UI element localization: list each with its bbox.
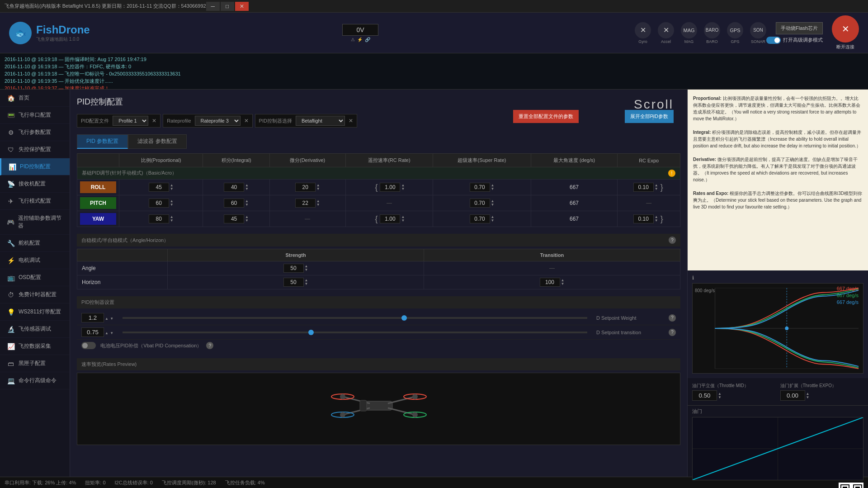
sidebar-item-rx[interactable]: 📡 接收机配置 bbox=[0, 175, 70, 193]
yaw-rcrate-down[interactable]: ▼ bbox=[401, 219, 405, 223]
d-weight-slider[interactable] bbox=[123, 317, 587, 319]
main-layout: 🏠 首页 📟 飞行串口配置 ⚙ 飞行参数配置 🛡 失控保护配置 📊 PID控制配… bbox=[0, 90, 868, 477]
pitch-der-down[interactable]: ▼ bbox=[316, 203, 320, 207]
horizon-str-down[interactable]: ▼ bbox=[305, 282, 308, 286]
profile-select[interactable]: Profile 1 Profile 2 Profile 3 bbox=[113, 116, 148, 126]
sidebar-item-osd[interactable]: 📺 OSD配置 bbox=[0, 269, 70, 286]
header-right: 手动烧Flash芯片 打开高级调参模式 bbox=[766, 22, 823, 44]
roll-rcexpo-field[interactable] bbox=[633, 183, 654, 192]
sidebar-item-ws2811[interactable]: 💡 WS2811灯带配置 bbox=[0, 303, 70, 321]
sidebar-item-pid[interactable]: 📊 PID控制配置 bbox=[0, 158, 70, 175]
d-weight-field[interactable] bbox=[81, 313, 104, 322]
angle-table: Strength Transition Angle ▲▼ — Ho bbox=[77, 249, 680, 289]
horizon-trans-down[interactable]: ▼ bbox=[561, 282, 565, 286]
angle-strength-field[interactable] bbox=[283, 264, 304, 273]
pid-file-label: PID配置文件 bbox=[81, 118, 109, 124]
pitch-prop-down[interactable]: ▼ bbox=[170, 203, 174, 207]
rate-profile-close-icon[interactable]: ✕ bbox=[244, 118, 249, 124]
roll-superrate-field[interactable] bbox=[470, 183, 490, 192]
roll-proportional-field[interactable] bbox=[149, 183, 169, 192]
d-trans-info[interactable]: ? bbox=[669, 329, 676, 336]
roll-rcrate-input: ▲▼ bbox=[380, 183, 405, 192]
pitch-label-cell: PITCH bbox=[77, 195, 119, 211]
sidebar-item-failsafe[interactable]: 🛡 失控保护配置 bbox=[0, 141, 70, 158]
d-weight-down[interactable]: ▼ bbox=[110, 317, 113, 321]
tab-pid-params[interactable]: PID 参数配置 bbox=[77, 134, 128, 149]
roll-derivative-field[interactable] bbox=[295, 183, 316, 192]
yaw-int-down[interactable]: ▼ bbox=[245, 219, 249, 223]
horizon-strength-field[interactable] bbox=[283, 278, 304, 287]
tab-filter-params[interactable]: 滤波器 参数配置 bbox=[128, 134, 186, 149]
d-weight-info[interactable]: ? bbox=[669, 314, 676, 322]
close-button[interactable]: ✕ bbox=[235, 2, 249, 11]
pitch-proportional-field[interactable] bbox=[149, 199, 169, 208]
sidebar-item-servo[interactable]: 🔧 舵机配置 bbox=[0, 235, 70, 252]
sidebar-item-modes[interactable]: ✈ 飞行模式配置 bbox=[0, 193, 70, 210]
yaw-expo-down[interactable]: ▼ bbox=[655, 219, 658, 223]
d-trans-down[interactable]: ▼ bbox=[110, 331, 113, 335]
sidebar-item-serial[interactable]: 📟 飞行串口配置 bbox=[0, 107, 70, 124]
yaw-rcrate-field[interactable] bbox=[380, 214, 400, 223]
pitch-superrate-field[interactable] bbox=[470, 199, 490, 208]
flash-button[interactable]: 手动烧Flash芯片 bbox=[776, 22, 823, 34]
sidebar-item-home[interactable]: 🏠 首页 bbox=[0, 90, 70, 107]
roll-int-down[interactable]: ▼ bbox=[245, 187, 249, 191]
horizon-transition-field[interactable] bbox=[540, 278, 560, 287]
angle-info-icon[interactable]: ? bbox=[669, 237, 676, 244]
pitch-sr-down[interactable]: ▼ bbox=[491, 203, 495, 207]
d-trans-up[interactable]: ▲ bbox=[105, 331, 108, 335]
maximize-button[interactable]: □ bbox=[221, 2, 234, 11]
sidebar-item-blackbox[interactable]: 🗃 黑匣子配置 bbox=[0, 355, 70, 372]
d-trans-handle[interactable] bbox=[308, 330, 314, 335]
controller-close-icon[interactable]: ✕ bbox=[349, 118, 353, 124]
reset-button[interactable]: 重置全部配置文件的参数 bbox=[513, 110, 579, 123]
roll-rcrate-down[interactable]: ▼ bbox=[401, 187, 405, 191]
sidebar-item-params[interactable]: ⚙ 飞行参数配置 bbox=[0, 124, 70, 141]
sidebar-item-rc-adj[interactable]: 🎮 遥控辅助参数调节器 bbox=[0, 210, 70, 235]
pitch-integral-field[interactable] bbox=[224, 199, 244, 208]
throttle-mid-down[interactable]: ▼ bbox=[718, 396, 722, 399]
roll-integral-field[interactable] bbox=[224, 183, 244, 192]
minimize-button[interactable]: ─ bbox=[206, 2, 220, 11]
pitch-int-down[interactable]: ▼ bbox=[245, 203, 249, 207]
sidebar-item-cli[interactable]: 💻 命令行高级命令 bbox=[0, 372, 70, 389]
roll-sr-down[interactable]: ▼ bbox=[491, 187, 495, 191]
sidebar-item-datalog[interactable]: 📈 飞控数据采集 bbox=[0, 338, 70, 355]
yaw-proportional-field[interactable] bbox=[149, 214, 169, 223]
d-weight-up[interactable]: ▲ bbox=[105, 317, 108, 321]
connect-button[interactable]: ✕ bbox=[832, 15, 859, 43]
yaw-sr-down[interactable]: ▼ bbox=[491, 219, 495, 223]
bottom-right-area: 模友之吧 模型爱好者社区 bbox=[688, 480, 868, 488]
throttle-expo-field[interactable] bbox=[780, 390, 805, 401]
rateprofile-select[interactable]: Rateprofile 1 Rateprofile 2 Rateprofile … bbox=[195, 116, 241, 126]
yaw-integral-field[interactable] bbox=[224, 214, 244, 223]
section-basic-info-icon[interactable]: ! bbox=[668, 170, 675, 177]
roll-der-down[interactable]: ▼ bbox=[316, 187, 320, 191]
graph-label-yaw: 667 deg/s bbox=[837, 299, 859, 305]
vbat-info[interactable]: ? bbox=[206, 342, 213, 349]
yaw-rcexpo-input: ▲▼ bbox=[633, 214, 658, 223]
roll-expo-down[interactable]: ▼ bbox=[655, 187, 658, 191]
throttle-expo-down[interactable]: ▼ bbox=[806, 396, 810, 399]
rate-profile-tab-group: Rateprofile Rateprofile 1 Rateprofile 2 … bbox=[163, 114, 252, 128]
pid-file-close-icon[interactable]: ✕ bbox=[152, 118, 156, 124]
sidebar-item-timer[interactable]: ⏱ 免费计时器配置 bbox=[0, 286, 70, 303]
roll-prop-down[interactable]: ▼ bbox=[170, 187, 174, 191]
d-trans-slider[interactable] bbox=[123, 332, 587, 333]
roll-proportional-cell: ▲▼ bbox=[119, 180, 203, 195]
d-trans-field[interactable] bbox=[81, 327, 104, 337]
yaw-rcexpo-field[interactable] bbox=[633, 214, 654, 223]
sidebar-item-motor[interactable]: ⚡ 电机调试 bbox=[0, 252, 70, 269]
pitch-derivative-field[interactable] bbox=[295, 199, 316, 208]
angle-str-down[interactable]: ▼ bbox=[305, 268, 308, 272]
vbat-toggle[interactable] bbox=[81, 342, 96, 349]
d-weight-handle[interactable] bbox=[401, 315, 407, 321]
expert-toggle-switch[interactable] bbox=[766, 37, 781, 44]
sidebar-item-sensor[interactable]: 🔬 飞传感器调试 bbox=[0, 321, 70, 338]
roll-rcrate-field[interactable] bbox=[380, 183, 400, 192]
throttle-mid-field[interactable] bbox=[692, 390, 717, 401]
yaw-superrate-field[interactable] bbox=[470, 214, 490, 223]
controller-select[interactable]: Betaflight MWREWRITE LuxFloat bbox=[296, 116, 345, 126]
graph-info-icon[interactable]: ℹ bbox=[692, 275, 694, 281]
yaw-prop-down[interactable]: ▼ bbox=[170, 219, 174, 223]
